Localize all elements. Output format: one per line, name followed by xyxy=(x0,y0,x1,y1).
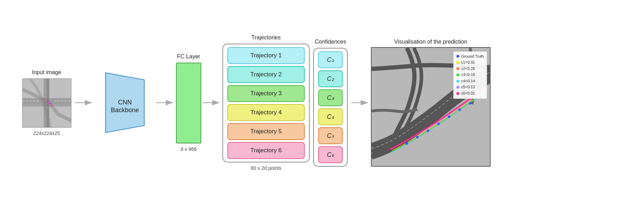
fc-block: FC Layer d x 966 xyxy=(176,53,201,152)
trajectories-footer: 80 x 2d points xyxy=(251,165,281,171)
input-size-label: 224x224x25 xyxy=(33,130,60,136)
trajectory-item-1: Trajectory 1 xyxy=(227,47,305,64)
visualization-section: Visualisation of the prediction xyxy=(371,39,491,167)
svg-point-30 xyxy=(448,115,450,118)
svg-point-12 xyxy=(47,101,49,103)
trajectory-item-2: Trajectory 2 xyxy=(227,66,305,83)
trajectory-item-4: Trajectory 4 xyxy=(227,104,305,121)
svg-point-13 xyxy=(49,103,51,104)
svg-point-10 xyxy=(44,100,46,101)
svg-point-32 xyxy=(469,102,472,104)
confidence-item-6: C₆ xyxy=(318,146,343,163)
fc-rect xyxy=(176,63,201,143)
svg-text:CNN: CNN xyxy=(118,99,132,106)
legend-item-6: c6=0.01 xyxy=(456,90,484,97)
arrow-4 xyxy=(350,96,371,110)
confidence-item-1: C₁ xyxy=(318,51,343,68)
cnn-block: CNN Backbone xyxy=(95,69,155,136)
confidences-section: Confidences C₁C₂C₃C₄C₅C₆ xyxy=(313,39,348,167)
vis-legend: Ground Truthc1=0.31c2=0.25c3=0.16c4=0.14… xyxy=(453,51,487,99)
legend-item-0: Ground Truth xyxy=(456,53,484,60)
svg-point-31 xyxy=(459,108,461,111)
legend-item-4: c4=0.14 xyxy=(456,78,484,84)
trajectories-container: Trajectory 1Trajectory 2Trajectory 3Traj… xyxy=(222,44,310,162)
legend-item-1: c1=0.31 xyxy=(456,59,484,66)
legend-item-5: c5=0.13 xyxy=(456,84,484,90)
arrow-3 xyxy=(201,96,222,110)
arrow-1 xyxy=(74,96,95,110)
trajectory-item-3: Trajectory 3 xyxy=(227,85,305,102)
input-image xyxy=(22,78,71,128)
vis-title: Visualisation of the prediction xyxy=(394,39,467,45)
svg-point-29 xyxy=(437,122,440,125)
confidences-container: C₁C₂C₃C₄C₅C₆ xyxy=(313,48,348,167)
fc-label: FC Layer xyxy=(177,53,200,60)
confidence-item-5: C₅ xyxy=(318,127,343,144)
confidence-item-2: C₂ xyxy=(318,70,343,87)
vis-image: Ground Truthc1=0.31c2=0.25c3=0.16c4=0.14… xyxy=(371,47,491,167)
trajectories-title: Trajectories xyxy=(252,34,281,41)
svg-text:Backbone: Backbone xyxy=(111,107,139,114)
trajectories-section: Trajectories Trajectory 1Trajectory 2Tra… xyxy=(222,34,310,171)
svg-point-28 xyxy=(427,129,429,132)
fc-size-label: d x 966 xyxy=(181,146,197,152)
confidence-item-4: C₄ xyxy=(318,108,343,125)
arrow-2 xyxy=(155,96,176,110)
legend-item-2: c2=0.25 xyxy=(456,66,484,72)
svg-point-26 xyxy=(406,142,408,145)
confidence-item-3: C₃ xyxy=(318,89,343,106)
input-block: Input image xyxy=(19,69,74,136)
trajectory-item-5: Trajectory 5 xyxy=(227,123,305,140)
input-label: Input image xyxy=(32,69,62,76)
svg-point-27 xyxy=(416,136,419,138)
svg-point-9 xyxy=(52,104,53,106)
diagram-container: Input image xyxy=(9,8,635,198)
svg-point-11 xyxy=(43,98,44,100)
legend-item-3: c3=0.16 xyxy=(456,72,484,78)
confidences-title: Confidences xyxy=(315,39,346,45)
trajectory-item-6: Trajectory 6 xyxy=(227,142,305,159)
